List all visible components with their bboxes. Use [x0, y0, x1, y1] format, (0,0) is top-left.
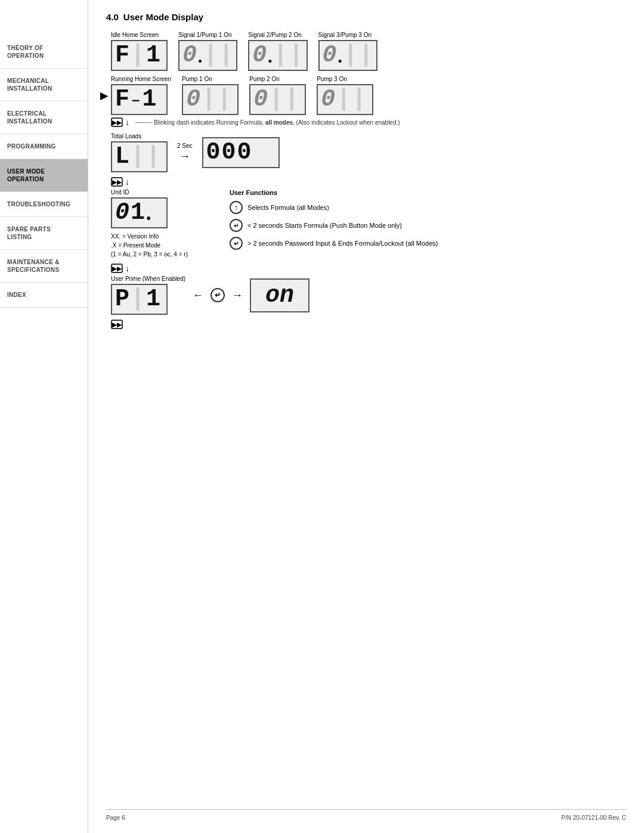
lcd-signal2: 0 ● | | — [248, 40, 307, 71]
lcd-1: 1 — [146, 44, 160, 67]
display-idle-home: Idle Home Screen F | 1 — [111, 32, 168, 71]
ff-button-3[interactable]: ▶▶ — [111, 264, 123, 273]
lcd-dot-s2: ● — [268, 58, 272, 65]
enter-btn-short[interactable]: ↵ — [230, 219, 243, 232]
sidebar-item-mechanical[interactable]: MECHANICALINSTALLATION — [0, 69, 88, 101]
version-line3: (1 = Au, 2 = Pb, 3 = oc, 4 = r) — [111, 250, 188, 259]
sidebar-item-troubleshooting[interactable]: TROUBLESHOOTING — [0, 192, 88, 217]
version-info: XX. = Version Info .X = Present Mode (1 … — [111, 232, 188, 259]
lcd-1-up: 1 — [146, 287, 160, 311]
ff-button-2[interactable]: ▶▶ — [111, 177, 123, 187]
sidebar-item-user-mode[interactable]: USER MODEOPERATION — [0, 159, 88, 192]
lcd-dot-s3: ● — [338, 58, 342, 65]
label-running-home: Running Home Screen — [111, 76, 171, 82]
lcd-user-prime: P | 1 — [111, 284, 168, 315]
lcd-0-s2: 0 — [252, 44, 267, 67]
up-btn[interactable]: ↑ — [230, 201, 243, 214]
sidebar-item-index[interactable]: INDEX — [0, 283, 88, 308]
lcd-sp-s2: | — [273, 44, 287, 67]
lcd-1-run: 1 — [142, 88, 156, 112]
label-unit-id: Unit ID — [111, 189, 129, 196]
lcd-p: P — [115, 287, 129, 311]
sidebar-item-programming[interactable]: PROGRAMMING — [0, 134, 88, 159]
label-user-prime: User Prime (When Enabled) — [111, 275, 185, 282]
lcd-1-uid: 1 — [131, 201, 145, 225]
label-total-loads: Total Loads — [111, 133, 141, 140]
lcd-unit-id: 0 1 ● — [111, 197, 168, 228]
lcd-sp2-tl: | — [146, 145, 160, 169]
main-content: 4.0 User Mode Display Idle Home Screen F… — [88, 0, 644, 833]
lcd-sp-p2: | — [269, 88, 283, 112]
display-running-home: Running Home Screen F – 1 — [111, 76, 171, 115]
display-pump1: Pump 1 On 0 | | — [182, 76, 239, 115]
lcd-sp-s1: | — [203, 44, 218, 67]
lcd-sp-p1: | — [202, 88, 216, 112]
sidebar-item-spare-parts[interactable]: SPARE PARTSLISTING — [0, 217, 88, 250]
footer-part-number: P/N 20-07121-00 Rev. C — [561, 815, 626, 821]
left-arrow-row2: ▶ — [100, 90, 107, 101]
lcd-signal1: 0 ● | | — [178, 40, 237, 71]
lcd-0-p1: 0 — [186, 88, 200, 112]
figure-title-text: User Mode Display — [123, 12, 203, 22]
two-sec-label: 2 Sec — [177, 143, 193, 149]
display-signal2: Signal 2/Pump 2 On 0 ● | | — [248, 32, 307, 71]
user-function-select-label: Selects Formula (all Modes) — [247, 204, 329, 211]
user-function-long-press: ↵ > 2 seconds Password Input & Ends Form… — [230, 237, 438, 250]
user-function-short-label: < 2 seconds Starts Formula (Push Button … — [247, 222, 402, 229]
lcd-sp2-p2: | — [284, 88, 299, 112]
lcd-sp-p3: | — [336, 88, 351, 112]
sidebar-item-theory[interactable]: THEORY OFOPERATION — [0, 36, 88, 69]
nav-row-bottom: ▶▶ — [111, 320, 626, 329]
enter-btn-prime[interactable]: ↵ — [210, 288, 225, 302]
lcd-dot-uid: ● — [146, 213, 151, 222]
enter-btn-long[interactable]: ↵ — [230, 237, 243, 250]
display-000: 0 0 0 — [202, 137, 280, 168]
left-arrow-prime: ← — [193, 289, 203, 302]
lcd-0-p3: 0 — [321, 88, 335, 112]
lcd-0-2: 0 — [222, 141, 236, 165]
user-prime-section: User Prime (When Enabled) P | 1 ← ↵ → on — [111, 275, 626, 315]
lcd-space: | — [131, 44, 145, 67]
lcd-running-home: F – 1 — [111, 84, 168, 115]
lcd-pump2: 0 | | — [249, 84, 306, 115]
lcd-sp2-p3: | — [352, 88, 366, 112]
display-pump2: Pump 2 On 0 | | — [249, 76, 306, 115]
nav-row-unit-id: ▶▶ ↓ — [111, 177, 626, 187]
user-function-long-label: > 2 seconds Password Input & Ends Formul… — [247, 240, 438, 247]
ff-button[interactable]: ▶▶ — [111, 117, 123, 127]
sidebar: THEORY OFOPERATION MECHANICALINSTALLATIO… — [0, 0, 88, 833]
sidebar-item-maintenance[interactable]: MAINTENANCE &SPECIFICATIONS — [0, 250, 88, 283]
lcd-on-display: on — [250, 278, 309, 312]
version-line1: XX. = Version Info — [111, 232, 188, 241]
lcd-sp-s3: | — [343, 44, 358, 67]
footer: Page 6 P/N 20-07121-00 Rev. C — [106, 809, 626, 821]
lcd-on-text: on — [265, 282, 294, 309]
lcd-sp2-s3: | — [359, 44, 373, 67]
lcd-f-run: F — [115, 88, 129, 112]
lcd-0-1: 0 — [206, 141, 221, 165]
label-signal2: Signal 2/Pump 2 On — [248, 32, 302, 38]
lcd-0-s1: 0 — [182, 44, 197, 67]
down-arrow-1: ↓ — [125, 117, 129, 127]
lcd-sp2-s2: | — [289, 44, 303, 67]
lcd-signal3: 0 ● | | — [318, 40, 377, 71]
user-function-select: ↑ Selects Formula (all Modes) — [230, 201, 438, 214]
two-sec-arrow: 2 Sec → — [177, 143, 193, 163]
lcd-0-3: 0 — [237, 141, 252, 165]
figure-number: 4.0 — [106, 12, 119, 22]
lcd-0-uid: 0 — [115, 201, 129, 225]
lcd-0-s3: 0 — [323, 44, 337, 67]
version-line2: .X = Present Mode — [111, 241, 188, 250]
blinking-dash-line: ──── Blinking dash indicates Running For… — [135, 119, 400, 126]
ff-button-4[interactable]: ▶▶ — [111, 320, 123, 329]
unit-id-section: Unit ID 0 1 ● XX. = Version Info .X = Pr… — [111, 189, 188, 259]
sidebar-item-electrical[interactable]: ELECTRICALINSTALLATION — [0, 101, 88, 134]
user-function-short-press: ↵ < 2 seconds Starts Formula (Push Butto… — [230, 219, 438, 232]
lcd-dash-run: – — [132, 91, 140, 108]
display-user-prime: User Prime (When Enabled) P | 1 — [111, 275, 185, 315]
label-pump3: Pump 3 On — [317, 76, 347, 82]
lcd-sp-up: | — [131, 287, 145, 311]
lcd-idle-home: F | 1 — [111, 40, 168, 71]
user-functions-section: User Functions ↑ Selects Formula (all Mo… — [230, 189, 438, 255]
display-unit-id: Unit ID 0 1 ● — [111, 189, 188, 228]
